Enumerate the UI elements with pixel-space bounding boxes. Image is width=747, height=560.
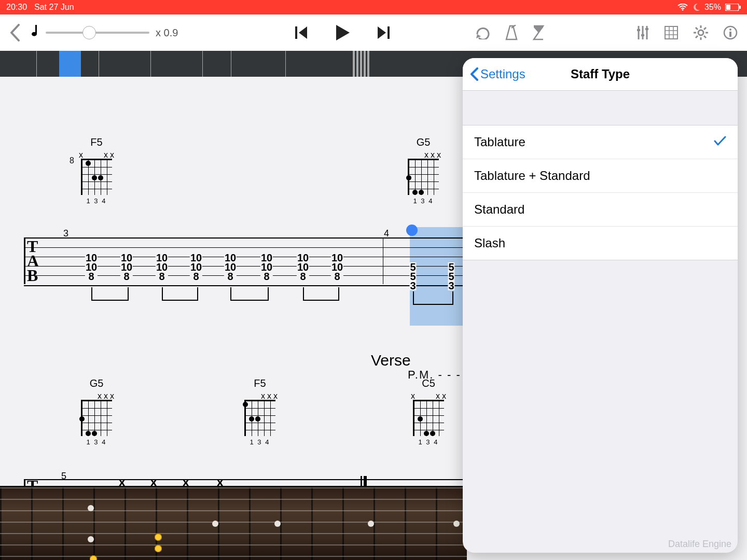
chord-diagram-F5: F5 xxx 8 1 3 4 — [78, 136, 115, 205]
play-icon[interactable] — [334, 24, 351, 41]
svg-point-28 — [729, 29, 731, 31]
status-date: Sat 27 Jun — [34, 3, 74, 12]
popover-back-button[interactable]: Settings — [463, 67, 533, 81]
chord-diagram-F5-r2: F5 xxx 1 3 4 — [241, 377, 279, 446]
app-toolbar: x 0.9 — [0, 15, 747, 51]
chord-diagram-G5: G5 xxx 1 3 4 — [405, 136, 442, 205]
next-icon[interactable] — [376, 25, 391, 40]
staff-type-option-tab-standard[interactable]: Tablature + Standard — [463, 159, 738, 193]
playhead-marker[interactable] — [406, 225, 418, 236]
staff-type-popover: Settings Staff Type Tablature Tablature … — [463, 58, 738, 553]
svg-rect-4 — [295, 26, 297, 39]
svg-rect-13 — [665, 26, 677, 39]
gear-icon[interactable] — [693, 25, 709, 40]
option-label: Standard — [474, 202, 524, 217]
svg-rect-5 — [388, 26, 390, 39]
svg-line-23 — [696, 27, 698, 30]
svg-point-18 — [698, 30, 703, 35]
status-time: 20:30 — [6, 3, 27, 12]
svg-point-0 — [682, 9, 683, 11]
mixer-icon[interactable] — [636, 25, 649, 40]
svg-rect-11 — [641, 34, 644, 36]
tab-clef-B: B — [27, 269, 38, 282]
svg-line-25 — [704, 27, 706, 30]
staff-type-list: Tablature Tablature + Standard Standard … — [463, 125, 738, 260]
watermark-text: Datalife Engine — [668, 539, 731, 550]
section-label-verse: Verse — [371, 352, 411, 369]
staff-type-option-standard[interactable]: Standard — [463, 193, 738, 227]
wifi-icon — [677, 4, 688, 11]
tempo-label: x 0.9 — [156, 27, 178, 39]
loop-icon[interactable] — [475, 26, 491, 39]
tempo-track[interactable] — [46, 32, 149, 34]
back-icon[interactable] — [9, 24, 21, 41]
svg-rect-12 — [645, 28, 648, 30]
virtual-fretboard[interactable] — [0, 486, 467, 560]
popover-header: Settings Staff Type — [463, 58, 738, 91]
option-label: Tablature — [474, 135, 525, 149]
svg-rect-10 — [637, 29, 640, 31]
battery-percent: 35% — [704, 3, 721, 12]
svg-rect-2 — [726, 5, 730, 10]
tempo-slider[interactable]: x 0.9 — [30, 24, 178, 41]
timeline-playhead[interactable] — [59, 51, 81, 77]
info-icon[interactable] — [723, 25, 738, 40]
moon-icon — [692, 3, 700, 11]
metronome-icon[interactable] — [505, 25, 518, 40]
popover-back-label: Settings — [480, 67, 525, 81]
svg-line-24 — [704, 36, 706, 38]
svg-line-26 — [696, 36, 698, 38]
staff-type-option-slash[interactable]: Slash — [463, 227, 738, 260]
chord-diagram-G5-r2: G5 xxx 1 3 4 — [78, 377, 115, 446]
battery-icon — [725, 4, 741, 11]
option-label: Tablature + Standard — [474, 169, 590, 183]
ios-status-bar: 20:30 Sat 27 Jun 35% — [0, 0, 747, 15]
checkmark-icon — [714, 135, 726, 149]
chord-diagram-C5-r2: C5 xxx 1 3 4 — [410, 377, 447, 446]
staff-type-option-tablature[interactable]: Tablature — [463, 125, 738, 159]
countdown-icon[interactable] — [532, 25, 545, 40]
tempo-thumb[interactable] — [82, 26, 96, 39]
fretboard-toggle-icon[interactable] — [664, 25, 679, 40]
prev-icon[interactable] — [294, 25, 309, 40]
svg-rect-29 — [729, 32, 731, 37]
option-label: Slash — [474, 236, 505, 250]
note-icon — [30, 24, 39, 41]
svg-rect-3 — [739, 6, 741, 9]
